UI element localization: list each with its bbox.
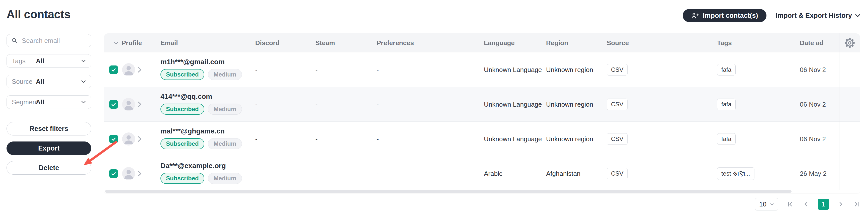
column-header-preferences: Preferences: [377, 39, 414, 47]
discord-cell: -: [255, 100, 257, 108]
region-cell: Unknown region: [546, 66, 593, 73]
column-header-email: Email: [160, 39, 178, 47]
row-checkbox[interactable]: [109, 65, 118, 74]
preferences-cell: -: [377, 169, 379, 177]
source-cell: CSV: [607, 133, 627, 145]
status-badge: Subscribed: [160, 173, 204, 184]
status-badge: Subscribed: [160, 69, 204, 80]
column-header-tags: Tags: [717, 39, 732, 47]
filter-source-dropdown[interactable]: Source All: [6, 75, 91, 88]
discord-cell: -: [255, 169, 257, 177]
import-export-history-button[interactable]: Import & Export History: [775, 12, 861, 20]
top-actions: Import contact(s) Import & Export Histor…: [683, 9, 861, 22]
search-email-input[interactable]: [21, 37, 87, 45]
column-header-profile: Profile: [122, 39, 142, 47]
avatar: [122, 98, 135, 111]
chevron-down-icon: [855, 13, 861, 18]
gear-icon[interactable]: [844, 37, 855, 49]
next-page-icon[interactable]: [836, 200, 845, 209]
date-added-cell: 06 Nov 2: [800, 66, 837, 73]
column-header-source: Source: [607, 39, 629, 47]
filters-sidebar: Tags All Source All Segment All Reset fi…: [6, 34, 91, 175]
region-cell: Unknown region: [546, 135, 593, 143]
chevron-right-icon[interactable]: [137, 101, 142, 107]
pagination: 10 1: [755, 198, 861, 211]
source-chip: CSV: [607, 133, 627, 145]
import-contacts-button[interactable]: Import contact(s): [683, 9, 767, 22]
column-header-date-ad: Date ad: [800, 39, 837, 47]
discord-cell: -: [255, 66, 257, 73]
steam-cell: -: [315, 100, 318, 108]
date-added-cell: 26 May 2: [800, 169, 837, 177]
current-page-button[interactable]: 1: [818, 199, 829, 210]
engagement-badge: Medium: [208, 104, 242, 115]
tag-chip[interactable]: fafa: [717, 99, 736, 110]
chevron-down-icon: [81, 100, 86, 104]
source-chip: CSV: [607, 99, 627, 110]
source-chip: CSV: [607, 168, 627, 179]
contact-email: Da***@example.org: [160, 162, 242, 170]
source-cell: CSV: [607, 168, 627, 179]
last-page-icon[interactable]: [852, 200, 861, 209]
delete-button[interactable]: Delete: [6, 161, 91, 175]
engagement-badge: Medium: [208, 138, 242, 149]
engagement-badge: Medium: [208, 173, 242, 184]
filter-label: Source: [12, 78, 36, 86]
select-all-chevron[interactable]: [113, 41, 119, 45]
contacts-table-body: m1h***@gmail.comSubscribedMedium---Unkno…: [104, 53, 860, 191]
filter-value: All: [36, 98, 44, 106]
preferences-cell: -: [377, 135, 379, 143]
row-checkbox[interactable]: [109, 169, 118, 178]
first-page-icon[interactable]: [786, 200, 794, 209]
horizontal-scrollbar[interactable]: [105, 190, 792, 193]
avatar: [122, 63, 135, 76]
prev-page-icon[interactable]: [802, 200, 810, 209]
chevron-down-icon: [81, 59, 86, 63]
tags-cell: fafa: [717, 133, 736, 145]
chevron-down-icon: [770, 203, 774, 206]
contacts-table: ProfileEmailDiscordSteamPreferencesLangu…: [104, 33, 860, 193]
tag-chip[interactable]: test-勿动...: [717, 167, 754, 180]
source-cell: CSV: [607, 99, 627, 110]
table-row[interactable]: 414***@qq.comSubscribedMedium---Unknown …: [104, 87, 860, 122]
tags-cell: fafa: [717, 64, 736, 75]
language-cell: Unknown Language: [484, 100, 542, 108]
source-cell: CSV: [607, 64, 627, 75]
preferences-cell: -: [377, 66, 379, 73]
search-icon: [11, 37, 18, 44]
tags-cell: fafa: [717, 99, 736, 110]
import-button-label: Import contact(s): [703, 12, 758, 20]
column-header-discord: Discord: [255, 39, 280, 47]
search-email-box: [6, 34, 91, 47]
chevron-right-icon[interactable]: [137, 170, 142, 177]
history-label: Import & Export History: [775, 12, 852, 20]
avatar: [122, 167, 135, 180]
date-added-cell: 06 Nov 2: [800, 135, 837, 143]
tag-chip[interactable]: fafa: [717, 133, 736, 145]
steam-cell: -: [315, 169, 318, 177]
status-badge: Subscribed: [160, 138, 204, 149]
filter-tags-dropdown[interactable]: Tags All: [6, 54, 91, 68]
row-checkbox[interactable]: [109, 100, 118, 108]
filter-segment-dropdown[interactable]: Segment All: [6, 95, 91, 109]
table-row[interactable]: m1h***@gmail.comSubscribedMedium---Unkno…: [104, 53, 860, 87]
chevron-right-icon[interactable]: [137, 136, 142, 142]
steam-cell: -: [315, 66, 318, 73]
reset-filters-button[interactable]: Reset filters: [6, 122, 91, 135]
steam-cell: -: [315, 135, 318, 143]
column-header-region: Region: [546, 39, 568, 47]
date-added-cell: 06 Nov 2: [800, 100, 837, 108]
tag-chip[interactable]: fafa: [717, 64, 736, 75]
page-title: All contacts: [6, 7, 70, 21]
chevron-right-icon[interactable]: [137, 66, 142, 73]
discord-cell: -: [255, 135, 257, 143]
table-row[interactable]: Da***@example.orgSubscribedMedium---Arab…: [104, 156, 860, 191]
page-size-select[interactable]: 10: [755, 198, 778, 211]
settings-column-divider: [839, 33, 839, 190]
table-row[interactable]: mal***@ghgame.cnSubscribedMedium---Unkno…: [104, 122, 860, 156]
table-header-row: ProfileEmailDiscordSteamPreferencesLangu…: [104, 33, 860, 53]
row-checkbox[interactable]: [109, 135, 118, 143]
region-cell: Unknown region: [546, 100, 593, 108]
export-button[interactable]: Export: [6, 142, 91, 155]
contact-email: m1h***@gmail.com: [160, 58, 242, 66]
